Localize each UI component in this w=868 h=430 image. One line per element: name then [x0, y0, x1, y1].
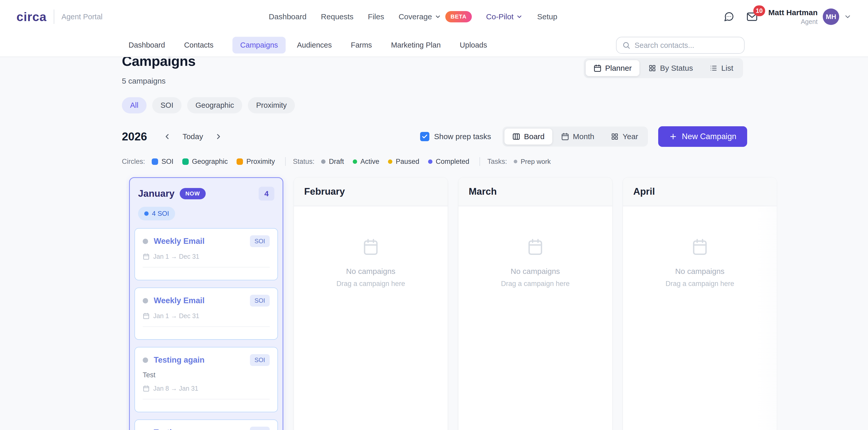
show-prep-tasks-toggle[interactable]: Show prep tasks	[420, 132, 491, 141]
campaigns-page: Planner By Status List Campaigns 5 campa…	[0, 57, 868, 430]
month-column-february[interactable]: February No campaigns Drag a campaign he…	[293, 177, 448, 430]
legend-soi: SOI	[152, 158, 174, 165]
filter-geographic[interactable]: Geographic	[187, 97, 242, 114]
beta-badge: BETA	[445, 11, 471, 22]
month-title: January	[138, 188, 175, 199]
nav-files[interactable]: Files	[368, 12, 384, 21]
tab-board[interactable]: Board	[504, 129, 552, 145]
proximity-swatch	[237, 158, 243, 165]
filter-proximity[interactable]: Proximity	[248, 97, 295, 114]
empty-state-hint: Drag a campaign here	[665, 280, 734, 288]
brand-divider	[54, 9, 54, 24]
nav-copilot[interactable]: Co-Pilot	[486, 12, 523, 21]
filter-soi[interactable]: SOI	[152, 97, 182, 114]
empty-state-title: No campaigns	[346, 267, 396, 276]
nav-dashboard[interactable]: Dashboard	[269, 12, 307, 21]
status-legend-label: Status:	[293, 158, 314, 165]
calendar-icon	[691, 238, 709, 256]
search-box	[616, 37, 745, 54]
planner-toolbar: 2026 Today Show prep tasks Board	[0, 126, 868, 147]
legend-completed: Completed	[428, 158, 469, 165]
february-header: February	[294, 178, 447, 206]
campaign-card-testing-again[interactable]: Testing again SOI Test Jan 8 → Jan 31	[134, 347, 278, 412]
draft-status-dot	[143, 239, 148, 244]
legend-prep-work-label: Prep work	[521, 158, 551, 165]
tab-month[interactable]: Month	[553, 129, 602, 145]
month-column-april[interactable]: April No campaigns Drag a campaign here	[623, 177, 777, 430]
nav-coverage-label: Coverage	[399, 12, 432, 21]
prep-work-dot	[514, 160, 517, 163]
app-header: circa Agent Portal Dashboard Requests Fi…	[0, 0, 868, 57]
tab-board-label: Board	[524, 132, 545, 141]
empty-drop-zone: No campaigns Drag a campaign here	[294, 206, 447, 288]
draft-status-dot	[143, 298, 148, 304]
campaign-title: Testing	[154, 428, 182, 430]
empty-drop-zone: No campaigns Drag a campaign here	[623, 206, 777, 288]
subnav-dashboard[interactable]: Dashboard	[129, 41, 165, 50]
checkbox-checked-icon[interactable]	[420, 132, 429, 141]
filter-all[interactable]: All	[122, 97, 147, 114]
next-year-button[interactable]	[212, 130, 225, 143]
legend-draft: Draft	[321, 158, 344, 165]
legend-divider	[285, 157, 286, 166]
draft-status-dot	[143, 358, 148, 363]
planner-board: January NOW 4 4 SOI Weekly Email	[126, 174, 823, 430]
january-header: January NOW 4 4 SOI	[130, 178, 283, 226]
campaign-type-tag: SOI	[250, 235, 270, 247]
plus-icon	[669, 132, 677, 141]
show-prep-tasks-label: Show prep tasks	[434, 132, 491, 141]
tab-year-label: Year	[622, 132, 638, 141]
calendar-icon	[143, 385, 150, 392]
calendar-view-toggle: Board Month Year	[502, 126, 648, 147]
avatar[interactable]: MH	[823, 8, 839, 25]
geographic-swatch	[182, 158, 189, 165]
month-title: March	[469, 186, 497, 197]
date-range: Jan 1 → Dec 31	[153, 312, 199, 320]
nav-setup[interactable]: Setup	[537, 12, 557, 21]
legend-draft-label: Draft	[329, 158, 344, 165]
chevron-down-icon	[435, 13, 441, 20]
subnav-contacts[interactable]: Contacts	[184, 41, 213, 50]
tasks-legend-label: Tasks:	[487, 158, 507, 165]
new-campaign-button[interactable]: New Campaign	[658, 126, 747, 147]
month-title: April	[633, 186, 655, 197]
month-column-january: January NOW 4 4 SOI Weekly Email	[129, 177, 283, 430]
active-dot	[353, 159, 357, 164]
legend-geographic: Geographic	[182, 158, 228, 165]
mail-icon[interactable]: 10	[746, 11, 758, 22]
soi-summary-chip: 4 SOI	[138, 207, 175, 220]
nav-requests[interactable]: Requests	[321, 12, 353, 21]
search-input[interactable]	[634, 41, 738, 50]
subnav-audiences[interactable]: Audiences	[297, 41, 332, 50]
empty-state-title: No campaigns	[675, 267, 724, 276]
paused-dot	[388, 159, 392, 164]
empty-state-title: No campaigns	[510, 267, 560, 276]
campaign-card-weekly-email-1[interactable]: Weekly Email SOI Jan 1 → Dec 31	[134, 228, 278, 280]
campaign-card-weekly-email-2[interactable]: Weekly Email SOI Jan 1 → Dec 31	[134, 287, 278, 340]
user-role: Agent	[768, 18, 817, 26]
tab-year[interactable]: Year	[603, 129, 646, 145]
campaign-type-tag: SOI	[250, 427, 270, 430]
month-columns: January NOW 4 4 SOI Weekly Email	[126, 174, 823, 430]
subnav-farms[interactable]: Farms	[351, 41, 372, 50]
today-button[interactable]: Today	[183, 132, 203, 141]
legend-prep-work: Prep work	[514, 158, 551, 165]
year-label: 2026	[122, 130, 147, 143]
empty-drop-zone: No campaigns Drag a campaign here	[458, 206, 612, 288]
prev-year-button[interactable]	[160, 130, 174, 143]
campaign-title: Testing again	[154, 356, 205, 365]
board-legend: Circles: SOI Geographic Proximity Status…	[122, 157, 868, 166]
nav-coverage[interactable]: Coverage BETA	[399, 11, 471, 22]
user-menu-chevron-icon[interactable]	[844, 13, 851, 21]
subnav-campaigns[interactable]: Campaigns	[232, 37, 286, 54]
chat-icon[interactable]	[723, 11, 734, 22]
subnav-marketing-plan[interactable]: Marketing Plan	[391, 41, 441, 50]
date-range: Jan 1 → Dec 31	[153, 253, 199, 260]
month-column-march[interactable]: March No campaigns Drag a campaign here	[458, 177, 613, 430]
campaign-dates: Jan 1 → Dec 31	[143, 253, 270, 260]
soi-summary-label: 4 SOI	[152, 210, 169, 218]
portal-label: Agent Portal	[61, 12, 102, 21]
campaign-card-testing[interactable]: Testing SOI Test Jan 15 → Jan 31	[134, 420, 278, 430]
subnav-uploads[interactable]: Uploads	[460, 41, 487, 50]
march-header: March	[458, 178, 612, 206]
